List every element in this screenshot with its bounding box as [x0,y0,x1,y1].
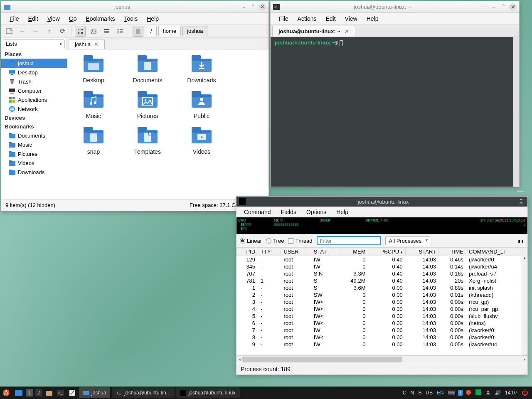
menu-actions[interactable]: Actions [293,14,321,24]
process-row[interactable]: 4-rootIW<00.0014:030.00s(rcu_par_gp [237,305,527,313]
back-button[interactable]: ← [17,26,28,37]
menu-edit[interactable]: Edit [24,14,42,24]
filter-input[interactable] [317,236,381,245]
launcher-terminal[interactable]: >_ [55,387,66,399]
fm-tab[interactable]: joshua✕ [69,39,105,49]
network-icon[interactable]: 🖧 [484,390,492,396]
folder-videos[interactable]: Videos [181,127,222,155]
sidebar-item-downloads[interactable]: Downloads [1,167,67,177]
sidebar-item-applications[interactable]: Applications [1,95,67,104]
minimize-button[interactable]: — [482,3,488,10]
task-2[interactable]: joshua@ubuntu-linux [176,387,240,398]
start-menu-button[interactable] [0,387,12,399]
menu-help[interactable]: Help [362,14,383,24]
process-row[interactable]: 7811rootS49.2M0.4014:0320sXorg -nolist [237,277,527,284]
volume-icon[interactable]: 🔊 [493,390,502,396]
col-time[interactable]: TIME [439,248,466,256]
process-row[interactable]: 6-rootIW<00.0014:030.00s(netns) [237,320,527,327]
linear-radio[interactable]: Linear [240,238,262,244]
col-mem[interactable]: MEM [338,248,368,256]
col-commandli[interactable]: COMMAND_LI [466,248,527,256]
indicator-s[interactable]: S [417,390,423,396]
keyboard-icon[interactable]: ⌨ [447,390,456,396]
folder-downloads[interactable]: Downloads [181,55,222,84]
process-filter-combo[interactable]: All Processes [385,236,431,245]
icon-view-button[interactable] [75,26,86,37]
sidebar-item-desktop[interactable]: Desktop [1,68,67,77]
folder-public[interactable]: Public [181,91,222,119]
fm-titlebar[interactable]: joshua — ⌄ ⌃ ✕ [1,1,268,13]
menu-help[interactable]: Help [143,14,163,24]
scrollbar[interactable] [513,37,519,187]
task-0[interactable]: joshua [79,387,110,398]
menu-edit[interactable]: Edit [321,14,340,24]
path-segment-home[interactable]: home [158,26,181,36]
sidebar-item-computer[interactable]: Computer [1,86,67,95]
term-titlebar[interactable]: >_ joshua@ubuntu-linux: ~ — ⌄ ⌃ ✕ [271,1,519,13]
indicator-n[interactable]: N [409,390,416,396]
menu-file[interactable]: File [5,14,23,24]
maximize-up-button[interactable]: ⌃ [249,3,256,10]
new-tab-button[interactable] [4,26,15,37]
tray-qps-icon[interactable] [474,389,483,397]
thumbnail-view-button[interactable] [88,26,99,37]
workspace-2[interactable]: 2 [35,389,42,397]
close-button[interactable]: ✕ [509,3,517,11]
path-entry-toggle[interactable] [133,26,143,37]
process-row[interactable]: 8-rootIW<00.0014:030.00s(kworker/0: [237,334,527,341]
power-icon[interactable]: ⏻ [520,389,530,397]
launcher-editor[interactable] [66,387,78,399]
sidebar-item-videos[interactable]: Videos [1,158,67,167]
sidebar-item-joshua[interactable]: joshua [1,59,67,68]
process-row[interactable]: 9-rootIW00.0014:030.05s(kworker/u4 [237,341,527,348]
menu-fields[interactable]: Fields [276,207,301,217]
tree-radio[interactable]: Tree [266,238,284,244]
maximize-up-button[interactable]: ⌃ [500,3,507,10]
clock[interactable]: 14:07 [504,390,519,396]
up-button[interactable]: ↑ [44,26,54,37]
process-row[interactable]: 345-rootIW00.4014:030.14s(kworker/u4 [237,263,527,270]
hscrollbar[interactable]: ◂ ▸ [236,355,527,363]
col-cpu[interactable]: %CPU ▾ [368,248,405,256]
menu-tools[interactable]: Tools [120,14,142,24]
menu-options[interactable]: Options [301,207,331,217]
close-tab-icon[interactable]: ✕ [94,41,99,47]
path-segment-joshua[interactable]: joshua [182,26,207,36]
col-user[interactable]: USER [281,248,311,256]
minimize-button[interactable]: — [231,3,238,10]
show-desktop-button[interactable] [12,387,25,399]
indicator-c[interactable]: C [401,390,408,396]
close-tab-icon[interactable]: ✕ [345,28,349,34]
sidebar-item-network[interactable]: Network [1,104,67,113]
qps-titlebar[interactable]: joshua@ubuntu-linux — ⌄ ⌃ ✕ [236,197,527,207]
menu-view[interactable]: View [43,14,64,24]
sidebar-mode-combo[interactable]: Lists▾ [3,39,65,48]
sidebar-item-pictures[interactable]: Pictures [1,149,67,158]
col-start[interactable]: START [405,248,438,256]
folder-snap[interactable]: snap [73,127,114,155]
task-1[interactable]: >_joshua@ubuntu-lin... [112,387,174,398]
close-button[interactable]: ✕ [259,3,266,11]
menu-view[interactable]: View [341,14,362,24]
keyboard-layout[interactable]: US [424,390,434,396]
process-row[interactable]: 2-rootSW00.0014:030.01s(kthreadd) [237,291,527,298]
menu-help[interactable]: Help [331,207,353,217]
menu-file[interactable]: File [275,14,293,24]
fm-folder-grid[interactable]: DesktopDocumentsDownloadsMusicPicturesPu… [67,49,268,199]
launcher-files[interactable] [43,387,55,399]
process-row[interactable]: 707-rootS N3.3M0.4014:030.16spreload -s … [237,270,527,277]
workspace-1[interactable]: 1 [26,389,33,397]
menu-command[interactable]: Command [239,207,276,217]
menu-bookmarks[interactable]: Bookmarks [82,14,119,24]
maximize-down-button[interactable]: ⌄ [240,3,247,10]
process-row[interactable]: 1-rootS3.6M0.0014:030.89sinit splash [237,284,527,291]
term-tab[interactable]: joshua@ubuntu-linux: ~✕ [272,26,355,37]
thread-checkbox[interactable]: Thread [288,238,312,244]
menu-go[interactable]: Go [65,14,81,24]
col-tty[interactable]: TTY [258,248,281,256]
process-row[interactable]: 129-rootIW00.4014:030.46s(kworker/0: [237,256,527,264]
pause-button[interactable]: ▮▮ [517,238,524,244]
sidebar-item-music[interactable]: Music [1,140,67,149]
process-table[interactable]: PIDTTYUSERSTATMEM%CPU ▾STARTTIMECOMMAND_… [236,247,527,355]
col-stat[interactable]: STAT [311,248,338,256]
